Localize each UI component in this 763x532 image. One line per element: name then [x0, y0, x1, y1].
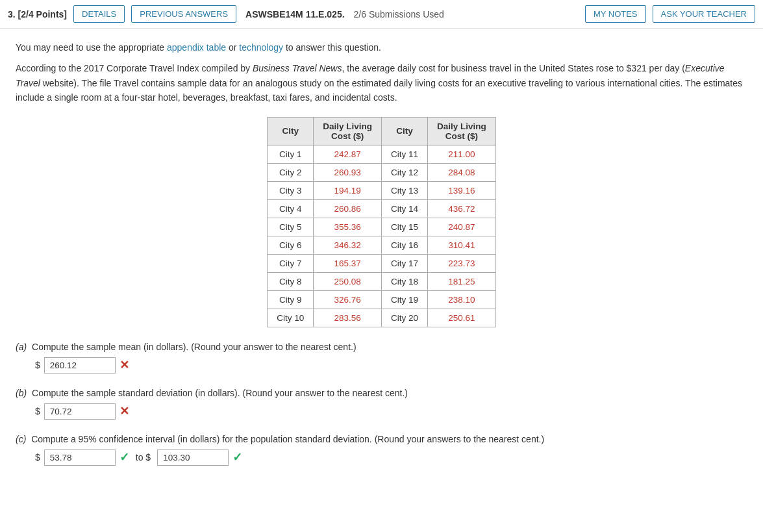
- city-left: City 10: [268, 309, 314, 327]
- city-left: City 1: [268, 145, 314, 163]
- dollar-b: $: [35, 406, 40, 416]
- cost-left: 346.32: [314, 236, 382, 254]
- table-row: City 10 283.56 City 20 250.61: [268, 309, 496, 327]
- cost-right: 139.16: [428, 181, 496, 199]
- city-left: City 9: [268, 290, 314, 309]
- answer-row-c: $ ✓ to $ ✓: [35, 450, 747, 466]
- answer-input-c1[interactable]: [44, 450, 116, 466]
- cost-left: 242.87: [314, 145, 382, 163]
- city-left: City 4: [268, 199, 314, 218]
- appendix-table-link[interactable]: appendix table: [167, 42, 226, 53]
- my-notes-button[interactable]: MY NOTES: [585, 5, 646, 23]
- city-right: City 15: [382, 218, 428, 236]
- details-button[interactable]: DETAILS: [73, 5, 125, 23]
- table-row: City 4 260.86 City 14 436.72: [268, 199, 496, 218]
- city-right: City 20: [382, 309, 428, 327]
- col1-header-cost: Daily LivingCost ($): [314, 117, 382, 145]
- cost-left: 355.36: [314, 218, 382, 236]
- col1-header-city: City: [268, 117, 314, 145]
- cost-right: 181.25: [428, 272, 496, 290]
- question-part-c: (c) Compute a 95% confidence interval (i…: [16, 434, 747, 466]
- city-left: City 3: [268, 181, 314, 199]
- table-row: City 3 194.19 City 13 139.16: [268, 181, 496, 199]
- table-row: City 7 165.37 City 17 223.73: [268, 254, 496, 272]
- cost-right: 211.00: [428, 145, 496, 163]
- city-right: City 16: [382, 236, 428, 254]
- city-right: City 18: [382, 272, 428, 290]
- answer-row-a: $ ✕: [35, 357, 747, 374]
- part-c-text: Compute a 95% confidence interval (in do…: [31, 434, 544, 444]
- answer-input-c2[interactable]: [157, 450, 229, 466]
- cost-left: 250.08: [314, 272, 382, 290]
- cost-left: 326.76: [314, 290, 382, 309]
- city-right: City 14: [382, 199, 428, 218]
- submissions-used: 2/6 Submissions Used: [354, 9, 444, 19]
- problem-code: ASWSBE14M 11.E.025.: [245, 9, 345, 19]
- question-part-b: (b) Compute the sample standard deviatio…: [16, 388, 747, 420]
- cost-right: 310.41: [428, 236, 496, 254]
- answer-input-a[interactable]: [44, 357, 116, 374]
- cost-left: 283.56: [314, 309, 382, 327]
- cost-right: 284.08: [428, 163, 496, 181]
- to-text-c: to $: [136, 452, 151, 462]
- table-row: City 5 355.36 City 15 240.87: [268, 218, 496, 236]
- city-left: City 2: [268, 163, 314, 181]
- content-area: You may need to use the appropriate appe…: [0, 29, 763, 477]
- cost-right: 240.87: [428, 218, 496, 236]
- wrong-mark-a: ✕: [119, 358, 129, 372]
- city-left: City 8: [268, 272, 314, 290]
- cost-left: 165.37: [314, 254, 382, 272]
- data-table-wrapper: City Daily LivingCost ($) City Daily Liv…: [16, 117, 747, 327]
- table-row: City 8 250.08 City 18 181.25: [268, 272, 496, 290]
- intro-line1: You may need to use the appropriate appe…: [16, 40, 747, 55]
- technology-link[interactable]: technology: [239, 42, 283, 53]
- col2-header-city: City: [382, 117, 428, 145]
- cost-right: 238.10: [428, 290, 496, 309]
- city-right: City 17: [382, 254, 428, 272]
- city-right: City 19: [382, 290, 428, 309]
- header-bar: 3. [2/4 Points] DETAILS PREVIOUS ANSWERS…: [0, 0, 763, 29]
- wrong-mark-b: ✕: [119, 404, 129, 418]
- ask-teacher-button[interactable]: ASK YOUR TEACHER: [653, 5, 755, 23]
- dollar-a: $: [35, 360, 40, 370]
- cost-right: 223.73: [428, 254, 496, 272]
- cost-right: 250.61: [428, 309, 496, 327]
- cost-left: 260.86: [314, 199, 382, 218]
- city-left: City 5: [268, 218, 314, 236]
- city-left: City 7: [268, 254, 314, 272]
- city-data-table: City Daily LivingCost ($) City Daily Liv…: [267, 117, 496, 327]
- city-right: City 12: [382, 163, 428, 181]
- col2-header-cost: Daily LivingCost ($): [428, 117, 496, 145]
- table-row: City 2 260.93 City 12 284.08: [268, 163, 496, 181]
- cost-right: 436.72: [428, 199, 496, 218]
- answer-input-b[interactable]: [44, 403, 116, 420]
- previous-answers-button[interactable]: PREVIOUS ANSWERS: [131, 5, 236, 23]
- part-a-label: (a): [16, 342, 27, 352]
- intro-line2: According to the 2017 Corporate Travel I…: [16, 61, 747, 105]
- table-row: City 1 242.87 City 11 211.00: [268, 145, 496, 163]
- dollar-c1: $: [35, 452, 40, 462]
- city-right: City 13: [382, 181, 428, 199]
- cost-left: 194.19: [314, 181, 382, 199]
- check-mark-c2: ✓: [232, 450, 242, 464]
- city-left: City 6: [268, 236, 314, 254]
- points-label: 3. [2/4 Points]: [8, 9, 67, 19]
- part-b-label: (b): [16, 388, 27, 398]
- cost-left: 260.93: [314, 163, 382, 181]
- table-row: City 6 346.32 City 16 310.41: [268, 236, 496, 254]
- check-mark-c1: ✓: [119, 450, 129, 464]
- part-a-text: Compute the sample mean (in dollars). (R…: [32, 342, 356, 352]
- part-b-text: Compute the sample standard deviation (i…: [32, 388, 408, 398]
- part-c-label: (c): [16, 434, 26, 444]
- table-row: City 9 326.76 City 19 238.10: [268, 290, 496, 309]
- city-right: City 11: [382, 145, 428, 163]
- question-part-a: (a) Compute the sample mean (in dollars)…: [16, 342, 747, 374]
- answer-row-b: $ ✕: [35, 403, 747, 420]
